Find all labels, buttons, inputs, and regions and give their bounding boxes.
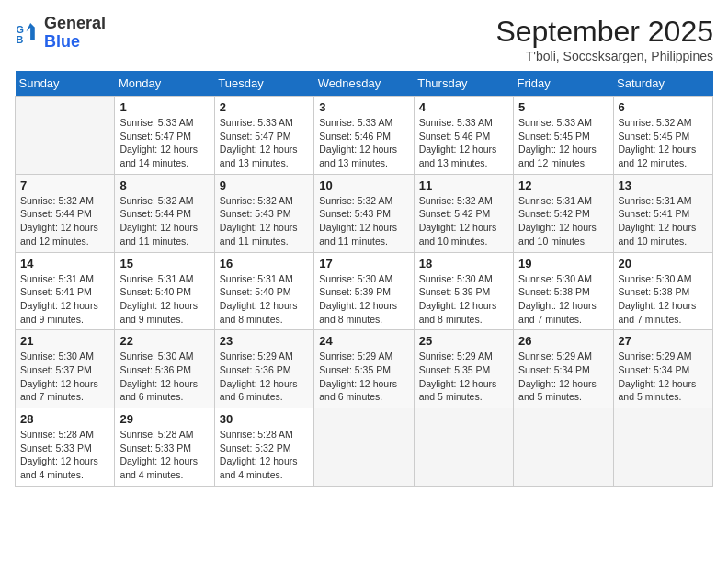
day-info: Sunrise: 5:29 AM Sunset: 5:34 PM Dayligh… [619,350,708,404]
week-row-5: 28Sunrise: 5:28 AM Sunset: 5:33 PM Dayli… [16,408,713,487]
calendar-cell: 22Sunrise: 5:30 AM Sunset: 5:36 PM Dayli… [115,330,214,408]
day-number: 15 [119,257,209,270]
day-number: 16 [220,257,309,270]
calendar-cell: 27Sunrise: 5:29 AM Sunset: 5:34 PM Dayli… [613,330,712,408]
day-number: 5 [518,100,608,114]
col-header-friday: Friday [514,71,613,97]
day-number: 19 [518,257,608,270]
calendar-cell: 6Sunrise: 5:32 AM Sunset: 5:45 PM Daylig… [613,97,712,175]
day-info: Sunrise: 5:30 AM Sunset: 5:38 PM Dayligh… [619,272,708,327]
calendar-cell: 4Sunrise: 5:33 AM Sunset: 5:46 PM Daylig… [414,97,513,175]
col-header-tuesday: Tuesday [214,71,313,97]
calendar-cell: 2Sunrise: 5:33 AM Sunset: 5:47 PM Daylig… [214,97,313,175]
day-number: 11 [419,178,508,192]
calendar-header: SundayMondayTuesdayWednesdayThursdayFrid… [16,71,713,97]
day-info: Sunrise: 5:29 AM Sunset: 5:35 PM Dayligh… [419,350,508,404]
day-info: Sunrise: 5:31 AM Sunset: 5:40 PM Dayligh… [220,272,309,327]
day-number: 26 [518,334,608,348]
day-number: 20 [619,257,708,270]
day-info: Sunrise: 5:30 AM Sunset: 5:36 PM Dayligh… [119,350,209,404]
calendar-cell: 3Sunrise: 5:33 AM Sunset: 5:46 PM Daylig… [314,97,414,175]
logo-text-general: General [44,15,106,33]
calendar-title: September 2025 [495,15,713,49]
calendar-cell [414,408,513,487]
calendar-subtitle: T'boli, Soccsksargen, Philippines [495,49,713,63]
day-info: Sunrise: 5:31 AM Sunset: 5:41 PM Dayligh… [619,194,708,248]
calendar-cell: 19Sunrise: 5:30 AM Sunset: 5:38 PM Dayli… [514,252,613,330]
calendar-cell [16,97,115,175]
day-number: 1 [119,100,209,114]
day-number: 3 [319,100,408,114]
logo: G B General Blue [15,15,106,52]
day-info: Sunrise: 5:30 AM Sunset: 5:37 PM Dayligh… [20,350,109,404]
day-info: Sunrise: 5:32 AM Sunset: 5:45 PM Dayligh… [619,116,708,170]
day-number: 27 [619,334,708,348]
day-info: Sunrise: 5:29 AM Sunset: 5:34 PM Dayligh… [518,350,608,404]
calendar-cell: 18Sunrise: 5:30 AM Sunset: 5:39 PM Dayli… [414,252,513,330]
calendar-cell: 17Sunrise: 5:30 AM Sunset: 5:39 PM Dayli… [314,252,414,330]
day-number: 25 [419,334,508,348]
calendar-cell: 15Sunrise: 5:31 AM Sunset: 5:40 PM Dayli… [115,252,214,330]
calendar-cell [314,408,414,487]
calendar-cell: 16Sunrise: 5:31 AM Sunset: 5:40 PM Dayli… [214,252,313,330]
day-number: 28 [20,412,109,426]
calendar-cell: 13Sunrise: 5:31 AM Sunset: 5:41 PM Dayli… [613,174,712,252]
title-area: September 2025 T'boli, Soccsksargen, Phi… [495,15,713,63]
day-info: Sunrise: 5:32 AM Sunset: 5:44 PM Dayligh… [119,194,209,248]
col-header-saturday: Saturday [613,71,712,97]
day-number: 9 [220,178,309,192]
week-row-4: 21Sunrise: 5:30 AM Sunset: 5:37 PM Dayli… [16,330,713,408]
calendar-cell: 28Sunrise: 5:28 AM Sunset: 5:33 PM Dayli… [16,408,115,487]
week-row-3: 14Sunrise: 5:31 AM Sunset: 5:41 PM Dayli… [16,252,713,330]
calendar-cell: 29Sunrise: 5:28 AM Sunset: 5:33 PM Dayli… [115,408,214,487]
day-number: 23 [220,334,309,348]
header-row: SundayMondayTuesdayWednesdayThursdayFrid… [16,71,713,97]
calendar-cell: 25Sunrise: 5:29 AM Sunset: 5:35 PM Dayli… [414,330,513,408]
day-info: Sunrise: 5:31 AM Sunset: 5:42 PM Dayligh… [518,194,608,248]
day-number: 17 [319,257,408,270]
day-number: 6 [619,100,708,114]
day-number: 10 [319,178,408,192]
calendar-cell: 11Sunrise: 5:32 AM Sunset: 5:42 PM Dayli… [414,174,513,252]
day-number: 22 [119,334,209,348]
svg-marker-2 [26,23,39,40]
day-number: 18 [419,257,508,270]
logo-text-blue: Blue [44,33,106,52]
calendar-cell: 20Sunrise: 5:30 AM Sunset: 5:38 PM Dayli… [613,252,712,330]
svg-text:B: B [17,34,24,45]
day-number: 14 [20,257,109,270]
col-header-sunday: Sunday [16,71,115,97]
day-info: Sunrise: 5:33 AM Sunset: 5:46 PM Dayligh… [419,116,508,170]
day-number: 30 [220,412,309,426]
calendar-cell: 10Sunrise: 5:32 AM Sunset: 5:43 PM Dayli… [314,174,414,252]
calendar-cell: 23Sunrise: 5:29 AM Sunset: 5:36 PM Dayli… [214,330,313,408]
day-info: Sunrise: 5:31 AM Sunset: 5:40 PM Dayligh… [119,272,209,327]
day-info: Sunrise: 5:31 AM Sunset: 5:41 PM Dayligh… [20,272,109,327]
day-number: 2 [220,100,309,114]
day-number: 24 [319,334,408,348]
day-info: Sunrise: 5:28 AM Sunset: 5:32 PM Dayligh… [220,428,309,482]
calendar-cell: 5Sunrise: 5:33 AM Sunset: 5:45 PM Daylig… [514,97,613,175]
day-number: 12 [518,178,608,192]
col-header-wednesday: Wednesday [314,71,414,97]
col-header-monday: Monday [115,71,214,97]
calendar-cell [613,408,712,487]
day-info: Sunrise: 5:33 AM Sunset: 5:47 PM Dayligh… [220,116,309,170]
day-info: Sunrise: 5:32 AM Sunset: 5:42 PM Dayligh… [419,194,508,248]
day-number: 13 [619,178,708,192]
calendar-cell: 26Sunrise: 5:29 AM Sunset: 5:34 PM Dayli… [514,330,613,408]
day-info: Sunrise: 5:28 AM Sunset: 5:33 PM Dayligh… [119,428,209,482]
calendar-table: SundayMondayTuesdayWednesdayThursdayFrid… [15,71,713,487]
day-info: Sunrise: 5:30 AM Sunset: 5:39 PM Dayligh… [419,272,508,327]
calendar-cell: 8Sunrise: 5:32 AM Sunset: 5:44 PM Daylig… [115,174,214,252]
day-info: Sunrise: 5:32 AM Sunset: 5:44 PM Dayligh… [20,194,109,248]
day-info: Sunrise: 5:29 AM Sunset: 5:35 PM Dayligh… [319,350,408,404]
day-info: Sunrise: 5:30 AM Sunset: 5:39 PM Dayligh… [319,272,408,327]
calendar-cell: 14Sunrise: 5:31 AM Sunset: 5:41 PM Dayli… [16,252,115,330]
header: G B General Blue September 2025 T'boli, … [15,15,713,63]
col-header-thursday: Thursday [414,71,513,97]
day-info: Sunrise: 5:33 AM Sunset: 5:46 PM Dayligh… [319,116,408,170]
week-row-2: 7Sunrise: 5:32 AM Sunset: 5:44 PM Daylig… [16,174,713,252]
calendar-cell: 21Sunrise: 5:30 AM Sunset: 5:37 PM Dayli… [16,330,115,408]
day-number: 29 [119,412,209,426]
